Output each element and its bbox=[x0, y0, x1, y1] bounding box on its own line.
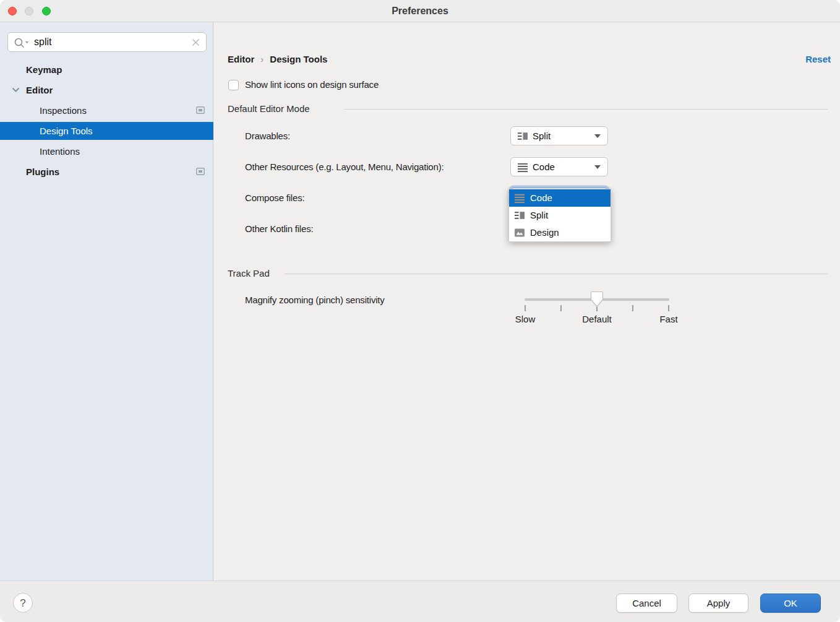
sidebar-item-label: Plugins bbox=[26, 162, 59, 182]
magnify-zooming-label: Magnify zooming (pinch) sensitivity bbox=[245, 295, 385, 305]
code-icon bbox=[514, 192, 525, 204]
settings-content-panel: Editor›Design Tools Reset Show lint icon… bbox=[214, 22, 840, 581]
sidebar-item-design-tools[interactable]: Design Tools bbox=[0, 122, 213, 140]
menu-item-label: Split bbox=[530, 207, 548, 224]
chevron-down-icon[interactable] bbox=[12, 88, 19, 92]
window-title: Preferences bbox=[0, 0, 840, 22]
dropdown-arrow-icon bbox=[594, 165, 601, 169]
section-divider bbox=[344, 109, 828, 110]
dialog-footer: ? Cancel Apply OK bbox=[0, 581, 840, 622]
split-icon bbox=[514, 210, 525, 221]
magnifier-icon bbox=[14, 37, 30, 48]
editor-mode-dropdown-menu: Code Split Design bbox=[508, 189, 611, 242]
slider-label-slow: Slow bbox=[515, 314, 536, 324]
split-icon bbox=[517, 131, 528, 142]
cancel-button[interactable]: Cancel bbox=[616, 594, 677, 613]
menu-item-code[interactable]: Code bbox=[509, 189, 611, 207]
preferences-window: Preferences Keymap Editor bbox=[0, 0, 840, 622]
settings-sidebar: Keymap Editor Inspections Design Tools I… bbox=[0, 22, 213, 581]
breadcrumb-separator-icon: › bbox=[260, 54, 264, 64]
dropdown-arrow-icon bbox=[594, 134, 601, 138]
apply-button[interactable]: Apply bbox=[688, 594, 748, 613]
sidebar-item-label: Editor bbox=[26, 80, 53, 100]
breadcrumb-parent[interactable]: Editor bbox=[228, 54, 254, 64]
window-icon bbox=[196, 168, 205, 175]
settings-tree: Keymap Editor Inspections Design Tools I… bbox=[0, 59, 213, 182]
compose-files-label: Compose files: bbox=[245, 191, 304, 205]
other-kotlin-files-label: Other Kotlin files: bbox=[245, 222, 313, 236]
other-resources-dropdown[interactable]: Code bbox=[510, 157, 608, 176]
slider-tick bbox=[560, 305, 562, 311]
slider-tick bbox=[632, 305, 633, 311]
sidebar-item-label: Keymap bbox=[26, 59, 62, 80]
section-divider bbox=[285, 274, 828, 274]
settings-search-box[interactable] bbox=[7, 32, 207, 52]
dropdown-value: Code bbox=[533, 158, 555, 176]
sensitivity-slider[interactable]: Slow Default Fast bbox=[525, 290, 669, 327]
help-button[interactable]: ? bbox=[13, 593, 33, 613]
menu-item-label: Design bbox=[530, 224, 559, 241]
show-lint-icons-checkbox[interactable] bbox=[228, 80, 239, 90]
breadcrumb: Editor›Design Tools bbox=[228, 52, 327, 67]
breadcrumb-current: Design Tools bbox=[270, 54, 327, 64]
slider-label-default: Default bbox=[582, 314, 612, 324]
sidebar-item-intentions[interactable]: Intentions bbox=[0, 141, 213, 162]
drawables-label: Drawables: bbox=[245, 129, 290, 143]
other-resources-label: Other Resources (e.g. Layout, Menu, Navi… bbox=[245, 160, 444, 174]
ok-button[interactable]: OK bbox=[760, 594, 821, 613]
menu-item-split[interactable]: Split bbox=[509, 207, 611, 224]
sidebar-item-label: Intentions bbox=[40, 141, 80, 162]
slider-label-fast: Fast bbox=[659, 314, 677, 324]
menu-item-design[interactable]: Design bbox=[509, 224, 611, 241]
dropdown-value: Split bbox=[533, 127, 551, 145]
sidebar-item-inspections[interactable]: Inspections bbox=[0, 100, 213, 121]
sidebar-item-editor[interactable]: Editor bbox=[0, 80, 213, 100]
show-lint-icons-label: Show lint icons on design surface bbox=[245, 78, 379, 92]
slider-thumb[interactable] bbox=[590, 291, 604, 308]
titlebar: Preferences bbox=[0, 0, 840, 22]
clear-x-icon[interactable] bbox=[191, 38, 200, 47]
slider-tick bbox=[525, 305, 526, 311]
slider-tick bbox=[668, 305, 669, 311]
design-icon bbox=[514, 227, 525, 238]
section-title-track-pad: Track Pad bbox=[228, 267, 270, 280]
sidebar-item-plugins[interactable]: Plugins bbox=[0, 162, 213, 182]
sidebar-item-label: Inspections bbox=[40, 100, 87, 121]
reset-link[interactable]: Reset bbox=[805, 52, 831, 67]
menu-item-label: Code bbox=[530, 189, 552, 207]
drawables-dropdown[interactable]: Split bbox=[510, 126, 608, 145]
sidebar-item-label: Design Tools bbox=[40, 122, 93, 140]
code-icon bbox=[517, 162, 528, 173]
window-icon bbox=[196, 106, 205, 114]
search-input[interactable] bbox=[34, 33, 189, 51]
section-title-default-editor-mode: Default Editor Mode bbox=[228, 102, 310, 116]
sidebar-item-keymap[interactable]: Keymap bbox=[0, 59, 213, 80]
